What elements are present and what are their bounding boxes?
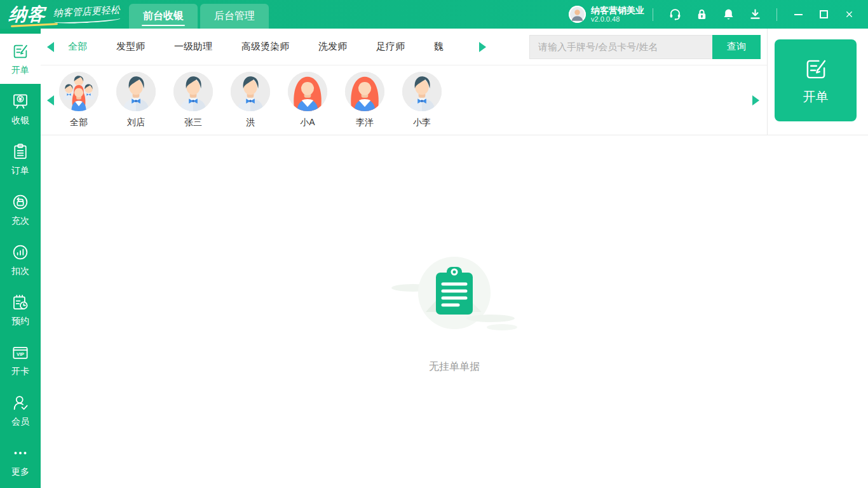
- download-icon[interactable]: [742, 0, 768, 29]
- staff-prev-icon[interactable]: [47, 95, 54, 105]
- main-tab[interactable]: 后台管理: [200, 4, 269, 29]
- vip-card-icon: VIP: [11, 343, 30, 362]
- sidebar-item-label: 订单: [11, 165, 29, 177]
- category-tab[interactable]: 全部: [68, 41, 87, 53]
- staff-name: 刘店: [127, 117, 145, 128]
- app-logo: 纳客: [9, 3, 46, 27]
- category-tab[interactable]: 洗发师: [318, 41, 347, 53]
- topbar-right: 纳客营销美业 v2.0.0.48: [569, 0, 868, 29]
- maximize-icon: [820, 10, 828, 18]
- top-section: 全部发型师一级助理高级烫染师洗发师足疗师魏 查询: [41, 29, 868, 135]
- search-button[interactable]: 查询: [712, 35, 761, 59]
- staff-item[interactable]: 全部: [59, 72, 98, 128]
- user-name: 纳客营销美业: [591, 5, 644, 16]
- staff-name: 洪: [246, 117, 255, 128]
- staff-row: 全部 刘店 张三 洪: [41, 65, 767, 135]
- sidebar-item[interactable]: 更多: [0, 435, 41, 485]
- staff-list: 全部 刘店 张三 洪: [59, 72, 442, 128]
- topbar-divider: [776, 8, 777, 21]
- sidebar-item[interactable]: VIP 开卡: [0, 335, 41, 385]
- deduct-icon: [11, 243, 30, 262]
- sidebar-item-label: 预约: [11, 316, 29, 327]
- female-avatar: [345, 72, 384, 111]
- category-toolbar: 全部发型师一级助理高级烫染师洗发师足疗师魏 查询: [41, 29, 767, 65]
- app-version: v2.0.0.48: [591, 15, 644, 24]
- sidebar-item[interactable]: 预约: [0, 285, 41, 335]
- topbar-divider: [653, 8, 653, 21]
- male-avatar: [402, 72, 442, 111]
- empty-state-text: 无挂单单据: [429, 360, 480, 374]
- more-icon: [11, 444, 30, 463]
- staff-name: 小李: [413, 117, 431, 128]
- sidebar-item-label: 更多: [11, 466, 29, 478]
- sidebar-item[interactable]: 扣次: [0, 234, 41, 285]
- sidebar-item[interactable]: 收银: [0, 84, 41, 134]
- sidebar-item[interactable]: 会员: [0, 385, 41, 435]
- open-bill-button[interactable]: 开单: [775, 39, 857, 121]
- bill-icon: [803, 56, 829, 83]
- staff-item[interactable]: 李洋: [345, 72, 384, 128]
- group-avatar: [59, 72, 98, 111]
- male-avatar: [173, 72, 213, 111]
- category-next-icon[interactable]: [479, 42, 486, 52]
- male-avatar: [116, 72, 156, 111]
- user-avatar-icon: [569, 6, 586, 23]
- sidebar-item[interactable]: 充次: [0, 184, 41, 234]
- sidebar: 开单 收银 订单 充次 扣次 预约 VIP: [0, 29, 41, 488]
- bill-icon: [11, 42, 30, 61]
- main-tab[interactable]: 前台收银: [129, 4, 198, 29]
- sidebar-item-label: 开卡: [11, 366, 29, 377]
- staff-name: 李洋: [356, 117, 374, 128]
- logo-text: 纳客: [8, 3, 47, 27]
- female-avatar: [288, 72, 327, 111]
- close-button[interactable]: [836, 0, 862, 29]
- sidebar-item[interactable]: 开单: [0, 34, 41, 84]
- recharge-icon: [11, 193, 30, 212]
- lock-icon[interactable]: [688, 0, 715, 29]
- workspace: 无挂单单据: [41, 135, 868, 488]
- app-window: 纳客 纳客管店更轻松 前台收银 后台管理 纳客营销美业 v2.0.0.48: [0, 0, 868, 488]
- staff-name: 小A: [300, 117, 315, 128]
- empty-state-illustration: [381, 250, 527, 345]
- search-box: 查询: [529, 35, 761, 59]
- staff-next-icon[interactable]: [752, 95, 759, 105]
- member-icon: [11, 393, 30, 412]
- maximize-button[interactable]: [811, 0, 836, 29]
- sidebar-item-label: 会员: [11, 416, 29, 428]
- user-chip[interactable]: 纳客营销美业 v2.0.0.48: [569, 5, 644, 24]
- orders-icon: [11, 142, 30, 161]
- minimize-button[interactable]: [785, 0, 811, 29]
- customer-service-icon[interactable]: [661, 0, 688, 29]
- content: 全部发型师一级助理高级烫染师洗发师足疗师魏 查询: [41, 29, 868, 488]
- staff-item[interactable]: 小A: [288, 72, 327, 128]
- bell-icon[interactable]: [715, 0, 742, 29]
- category-tabs: 全部发型师一级助理高级烫染师洗发师足疗师魏: [68, 41, 444, 53]
- minimize-icon: [794, 14, 803, 15]
- staff-item[interactable]: 小李: [402, 72, 442, 128]
- category-tab[interactable]: 魏: [434, 41, 444, 53]
- cashier-icon: [11, 92, 30, 111]
- category-tab[interactable]: 发型师: [116, 41, 145, 53]
- category-tab[interactable]: 足疗师: [376, 41, 405, 53]
- sidebar-item-label: 收银: [11, 115, 29, 126]
- staff-name: 张三: [184, 117, 202, 128]
- sidebar-item-label: 开单: [11, 65, 29, 76]
- action-panel: 开单: [768, 29, 868, 135]
- svg-text:VIP: VIP: [17, 351, 24, 357]
- main-tabs: 前台收银 后台管理: [129, 4, 269, 29]
- category-tab[interactable]: 一级助理: [174, 41, 212, 53]
- topbar: 纳客 纳客管店更轻松 前台收银 后台管理 纳客营销美业 v2.0.0.48: [0, 0, 868, 29]
- staff-item[interactable]: 张三: [173, 72, 213, 128]
- staff-item[interactable]: 洪: [231, 72, 270, 128]
- male-avatar: [231, 72, 270, 111]
- category-tab[interactable]: 高级烫染师: [241, 41, 289, 53]
- staff-name: 全部: [70, 117, 88, 128]
- app-slogan: 纳客管店更轻松: [53, 4, 120, 24]
- appointment-icon: [11, 293, 30, 312]
- search-input[interactable]: [529, 35, 712, 59]
- category-prev-icon[interactable]: [47, 42, 54, 52]
- sidebar-item[interactable]: 订单: [0, 134, 41, 184]
- sidebar-item-label: 扣次: [11, 266, 29, 277]
- sidebar-item-label: 充次: [11, 215, 29, 227]
- staff-item[interactable]: 刘店: [116, 72, 156, 128]
